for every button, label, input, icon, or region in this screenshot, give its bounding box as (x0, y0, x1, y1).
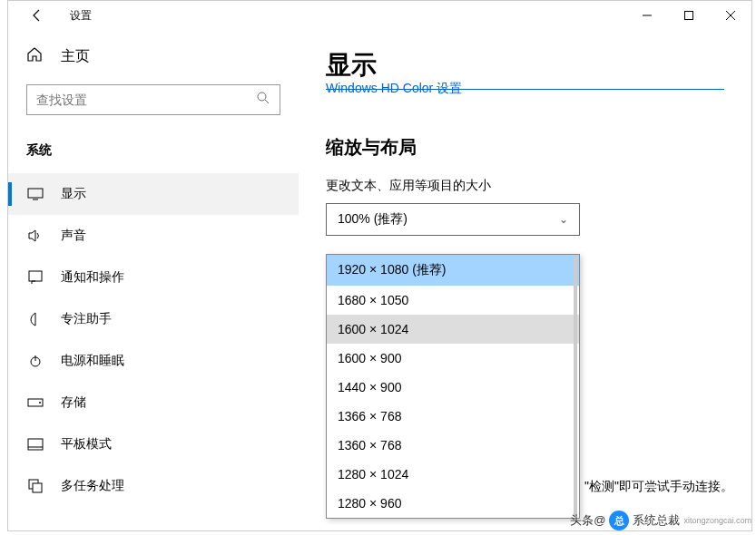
svg-rect-6 (28, 189, 43, 198)
sound-icon (26, 229, 44, 243)
svg-rect-13 (28, 439, 43, 450)
category-header: 系统 (8, 133, 299, 173)
resolution-dropdown-list[interactable]: 1920 × 1080 (推荐) 1680 × 1050 1600 × 1024… (326, 254, 580, 519)
tablet-icon (26, 438, 44, 451)
sidebar-item-power[interactable]: 电源和睡眠 (8, 340, 299, 382)
resolution-option[interactable]: 1360 × 768 (327, 431, 579, 460)
sidebar-item-notifications[interactable]: 通知和操作 (8, 257, 299, 298)
svg-point-4 (258, 92, 266, 101)
sidebar-item-label: 电源和睡眠 (61, 353, 124, 369)
watermark-logo-icon: 总 (609, 511, 629, 530)
home-icon (26, 46, 44, 66)
sidebar-item-focus[interactable]: 专注助手 (8, 298, 299, 340)
main-panel: 显示 Windows HD Color 设置 缩放与布局 更改文本、应用等项目的… (299, 30, 751, 530)
resolution-option[interactable]: 1280 × 1024 (327, 460, 579, 489)
watermark-brand: 系统总裁 (633, 512, 680, 529)
search-input[interactable] (26, 84, 280, 115)
sidebar-item-label: 显示 (61, 186, 86, 202)
power-icon (26, 354, 44, 368)
window-title: 设置 (70, 8, 92, 24)
scale-label: 更改文本、应用等项目的大小 (326, 178, 724, 194)
watermark: 头条@ 总 系统总裁 xitongzongcai.com (570, 511, 751, 530)
svg-rect-8 (29, 271, 42, 281)
sidebar-item-label: 专注助手 (61, 311, 112, 327)
watermark-url: xitongzongcai.com (683, 516, 751, 525)
chevron-down-icon: ⌄ (559, 213, 568, 226)
sidebar-item-label: 多任务处理 (61, 478, 124, 494)
sidebar-item-label: 平板模式 (61, 436, 112, 452)
hd-color-link[interactable]: Windows HD Color 设置 (326, 81, 724, 97)
sidebar-item-label: 通知和操作 (61, 269, 124, 286)
home-label: 主页 (61, 47, 90, 66)
resolution-option[interactable]: 1280 × 960 (327, 489, 579, 518)
sidebar-item-sound[interactable]: 声音 (8, 215, 299, 257)
svg-rect-1 (685, 12, 693, 20)
resolution-option[interactable]: 1600 × 1024 (327, 315, 579, 344)
storage-icon (26, 398, 44, 407)
sidebar-item-label: 存储 (61, 394, 86, 411)
page-title: 显示 (326, 48, 724, 83)
sidebar-item-tablet[interactable]: 平板模式 (8, 423, 299, 465)
home-link[interactable]: 主页 (8, 39, 299, 73)
minimize-button[interactable] (626, 1, 668, 30)
back-button[interactable] (26, 5, 48, 26)
sidebar-item-multitask[interactable]: 多任务处理 (8, 465, 299, 507)
scale-dropdown[interactable]: 100% (推荐) ⌄ (326, 203, 580, 236)
resolution-option[interactable]: 1600 × 900 (327, 344, 579, 373)
resolution-option[interactable]: 1680 × 1050 (327, 286, 579, 315)
maximize-button[interactable] (668, 1, 710, 30)
resolution-option[interactable]: 1366 × 768 (327, 402, 579, 431)
svg-rect-16 (33, 483, 42, 492)
scrollbar[interactable] (574, 257, 577, 516)
notification-icon (26, 270, 44, 285)
section-title: 缩放与布局 (326, 135, 724, 160)
sidebar-item-storage[interactable]: 存储 (8, 382, 299, 423)
resolution-option[interactable]: 1920 × 1080 (推荐) (327, 255, 579, 286)
focus-icon (26, 312, 44, 326)
search-icon (256, 91, 270, 109)
close-button[interactable] (710, 1, 751, 30)
watermark-prefix: 头条@ (570, 512, 605, 529)
search-field[interactable] (36, 92, 256, 107)
detect-hint: "检测"即可尝试手动连接。 (584, 479, 733, 495)
sidebar-item-display[interactable]: 显示 (8, 173, 299, 215)
svg-point-12 (39, 402, 41, 404)
scale-value: 100% (推荐) (338, 211, 407, 228)
multitask-icon (26, 479, 44, 493)
sidebar: 主页 系统 显示 声音 通知和操作 专注助手 (8, 30, 299, 530)
sidebar-item-label: 声音 (61, 228, 86, 244)
svg-line-5 (265, 100, 269, 103)
display-icon (26, 188, 44, 200)
resolution-option[interactable]: 1440 × 900 (327, 373, 579, 402)
